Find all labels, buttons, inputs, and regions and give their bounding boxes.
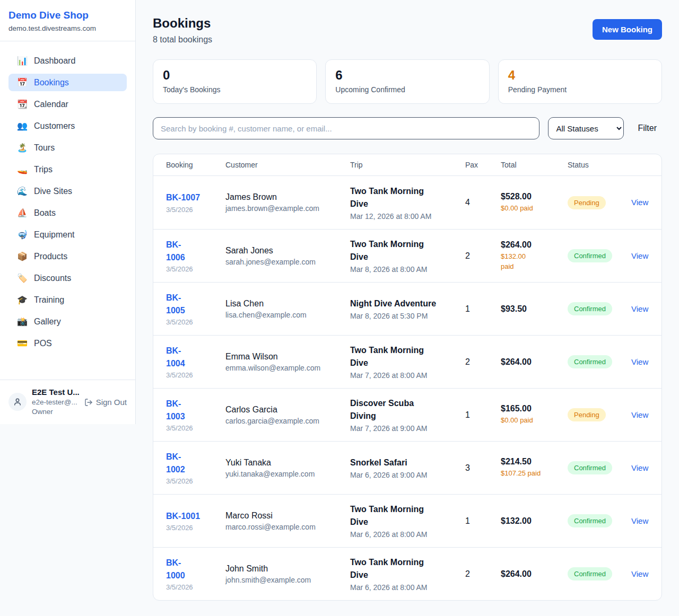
sidebar-item-customers[interactable]: 👥 Customers (8, 117, 127, 135)
stat-label: Upcoming Confirmed (335, 85, 479, 94)
new-booking-button[interactable]: New Booking (593, 19, 662, 40)
trip-name: Two Tank Morning Dive (350, 185, 461, 210)
pax-count: 4 (465, 198, 501, 207)
main-content: Bookings 8 total bookings New Booking 0 … (136, 0, 679, 601)
sidebar-item-dashboard[interactable]: 📊 Dashboard (8, 52, 127, 69)
sidebar-item-gallery[interactable]: 📸 Gallery (8, 313, 127, 330)
table-body: BK-1007 3/5/2026 James Brown james.brown… (153, 176, 661, 600)
pax-count: 3 (465, 463, 501, 473)
col-header-trip: Trip (350, 161, 465, 169)
tear-off-calendar-icon: 📆 (17, 99, 28, 109)
trip-name: Snorkel Safari (350, 456, 461, 469)
logout-icon (84, 398, 93, 407)
trip-name: Two Tank Morning Dive (350, 238, 461, 263)
sidebar-item-calendar[interactable]: 📆 Calendar (8, 95, 127, 113)
booking-id-link[interactable]: BK- 1006 (166, 239, 185, 263)
pax-count: 2 (465, 251, 501, 261)
sidebar-item-label: Gallery (34, 317, 61, 327)
table-header-row: Booking Customer Trip Pax Total Status (153, 154, 661, 176)
view-link[interactable]: View (631, 516, 648, 525)
sidebar-item-equipment[interactable]: 🤿 Equipment (8, 226, 127, 243)
customer-email: yuki.tanaka@example.com (225, 470, 346, 478)
speedboat-icon: 🚤 (17, 164, 28, 174)
booking-row: BK- 1006 3/5/2026 Sarah Jones sarah.jone… (153, 229, 661, 282)
sidebar: Demo Dive Shop demo.test.divestreams.com… (0, 0, 136, 424)
booking-id-link[interactable]: BK- 1004 (166, 345, 185, 369)
sailboat-icon: ⛵ (17, 208, 28, 218)
customer-name: Lisa Chen (225, 299, 346, 309)
calendar-icon: 📅 (17, 77, 28, 87)
sidebar-item-pos[interactable]: 💳 POS (8, 335, 127, 352)
stat-card-pending-payment: 4 Pending Payment (498, 59, 662, 104)
booking-id-link[interactable]: BK- 1000 (166, 557, 185, 581)
status-badge: Pending (568, 408, 606, 421)
customer-name: Marco Rossi (225, 511, 346, 521)
sidebar-item-discounts[interactable]: 🏷️ Discounts (8, 269, 127, 287)
trip-datetime: Mar 7, 2026 at 8:00 AM (350, 371, 461, 380)
controls-row: All Statuses Filter (153, 117, 662, 139)
booking-date: 3/5/2026 (166, 424, 221, 432)
trip-name: Two Tank Morning Dive (350, 556, 461, 582)
sidebar-item-bookings[interactable]: 📅 Bookings (8, 74, 127, 91)
trip-datetime: Mar 12, 2026 at 8:00 AM (350, 212, 461, 221)
page-header: Bookings 8 total bookings New Booking (153, 16, 662, 45)
booking-row: BK- 1004 3/5/2026 Emma Wilson emma.wilso… (153, 335, 661, 388)
view-link[interactable]: View (631, 251, 648, 260)
brand: Demo Dive Shop demo.test.divestreams.com (0, 0, 135, 41)
trip-name: Two Tank Morning Dive (350, 503, 461, 529)
booking-id-link[interactable]: BK- 1005 (166, 292, 185, 316)
search-input[interactable] (153, 117, 539, 139)
view-link[interactable]: View (631, 198, 648, 207)
wave-icon: 🌊 (17, 186, 28, 196)
stat-value: 4 (508, 68, 652, 83)
customer-name: Yuki Tanaka (225, 458, 346, 468)
sidebar-item-dive-sites[interactable]: 🌊 Dive Sites (8, 182, 127, 200)
trip-name: Night Dive Adventure (350, 297, 461, 310)
stat-value: 6 (335, 68, 479, 83)
view-link[interactable]: View (631, 569, 648, 578)
view-link[interactable]: View (631, 357, 648, 366)
paid-amount: $107.25 paid (501, 469, 563, 478)
tag-icon: 🏷️ (17, 273, 28, 283)
user-info: E2E Test U... e2e-tester@... Sign Out Ow… (32, 388, 127, 416)
status-filter-select[interactable]: All Statuses (548, 117, 624, 139)
sidebar-item-products[interactable]: 📦 Products (8, 248, 127, 265)
status-badge: Confirmed (568, 355, 612, 368)
stat-value: 0 (163, 68, 307, 83)
sign-out-button[interactable]: Sign Out (80, 398, 127, 407)
package-icon: 📦 (17, 251, 28, 261)
booking-id-link[interactable]: BK-1007 (166, 191, 200, 204)
total-amount: $214.50 (501, 457, 563, 467)
view-link[interactable]: View (631, 410, 648, 419)
booking-id-link[interactable]: BK-1001 (166, 510, 200, 522)
trip-datetime: Mar 7, 2026 at 9:00 AM (350, 424, 461, 433)
booking-date: 3/5/2026 (166, 477, 221, 485)
filter-button[interactable]: Filter (632, 120, 662, 136)
sidebar-item-trips[interactable]: 🚤 Trips (8, 161, 127, 178)
col-header-customer: Customer (225, 161, 350, 169)
sidebar-item-label: Boats (34, 208, 56, 218)
stat-label: Today's Bookings (163, 85, 307, 94)
booking-row: BK-1001 3/5/2026 Marco Rossi marco.rossi… (153, 494, 661, 547)
sidebar-item-tours[interactable]: 🏝️ Tours (8, 139, 127, 156)
booking-id-link[interactable]: BK- 1002 (166, 451, 185, 475)
status-badge: Confirmed (568, 514, 612, 527)
trip-datetime: Mar 8, 2026 at 5:30 PM (350, 312, 461, 320)
sidebar-item-training[interactable]: 🎓 Training (8, 291, 127, 309)
person-icon (13, 397, 22, 407)
view-link[interactable]: View (631, 304, 648, 313)
sign-out-label: Sign Out (96, 398, 127, 407)
bookings-table: Booking Customer Trip Pax Total Status B… (153, 154, 662, 601)
sidebar-item-boats[interactable]: ⛵ Boats (8, 204, 127, 222)
sidebar-item-label: Tours (34, 143, 55, 153)
booking-date: 3/5/2026 (166, 524, 221, 532)
view-link[interactable]: View (631, 463, 648, 472)
total-amount: $264.00 (501, 240, 563, 250)
status-badge: Pending (568, 196, 606, 209)
total-amount: $132.00 (501, 516, 563, 526)
bar-chart-icon: 📊 (17, 56, 28, 66)
status-badge: Confirmed (568, 461, 612, 474)
pax-count: 1 (465, 410, 501, 420)
status-badge: Confirmed (568, 249, 612, 262)
booking-id-link[interactable]: BK- 1003 (166, 398, 185, 422)
